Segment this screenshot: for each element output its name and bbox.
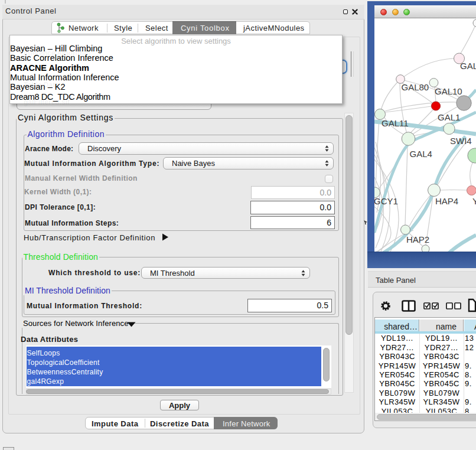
svg-text:GAL4: GAL4 xyxy=(410,149,432,159)
svg-text:GAL10: GAL10 xyxy=(435,86,462,96)
svg-text:HAP4: HAP4 xyxy=(435,196,458,206)
svg-text:GAL80: GAL80 xyxy=(402,82,429,92)
svg-text:Y: Y xyxy=(472,196,476,206)
svg-text:SWI4: SWI4 xyxy=(450,136,472,146)
svg-text:HAP2: HAP2 xyxy=(406,234,429,244)
svg-text:GCY1: GCY1 xyxy=(374,196,398,206)
svg-text:GAL7: GAL7 xyxy=(460,61,476,71)
svg-text:GAL11: GAL11 xyxy=(382,118,409,128)
svg-text:GAL1: GAL1 xyxy=(438,112,460,122)
